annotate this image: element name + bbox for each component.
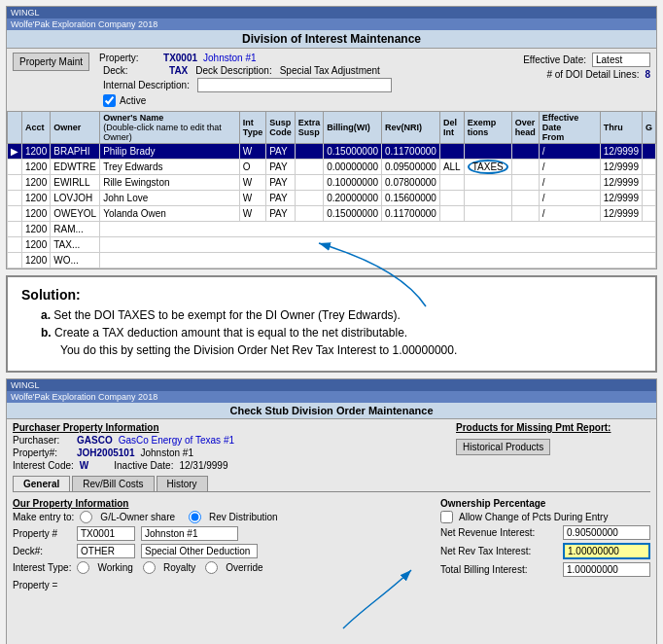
cell-acct: 1200 [22, 191, 51, 206]
cell-exemptions: TAXES [464, 160, 511, 175]
header-fields: Property: TX0001 Johnston #1 Deck: TAX D… [99, 53, 513, 107]
radio-gl-owner[interactable] [80, 511, 92, 523]
cell-owner: TAX... [51, 237, 100, 253]
table-row[interactable]: 1200 EWIRLL Rille Ewingston W PAY 0.1000… [8, 175, 656, 191]
row-indicator [8, 206, 22, 222]
deck-desc-input[interactable] [141, 544, 258, 558]
override-label: Override [226, 562, 262, 573]
cell-rev: 0.11700000 [382, 206, 440, 222]
property-number-input[interactable] [77, 526, 135, 541]
bottom-left-fields: Purchaser Property Information Purchaser… [13, 422, 448, 473]
property-row: Property: TX0001 Johnston #1 [99, 53, 513, 63]
cell-billing: 0.15000000 [324, 144, 382, 160]
deck-desc-value: Special Tax Adjustment [280, 65, 380, 76]
cell-billing: 0.10000000 [324, 175, 382, 191]
cell-extra-susp [295, 160, 324, 175]
allow-change-label: Allow Change of Pcts During Entry [459, 512, 608, 522]
radio-royalty-input[interactable] [143, 561, 156, 574]
radio-rev-dist[interactable] [189, 511, 201, 523]
effective-date-input[interactable] [592, 53, 650, 67]
net-rev-tax-input[interactable] [563, 543, 650, 559]
active-label: Active [120, 95, 146, 106]
interest-code-value: W [80, 460, 88, 471]
property-hash-row: Property#: JOH2005101 Johnston #1 [13, 447, 448, 458]
cell-extra-susp [295, 144, 324, 160]
effective-date-label: Effective Date: [523, 54, 586, 65]
purchaser-label: Purchaser: [13, 435, 71, 446]
cell-exemptions [464, 191, 511, 206]
cell-empty [100, 222, 656, 237]
table-row[interactable]: 1200 EDWTRE Trey Edwards O PAY 0.0000000… [8, 160, 656, 175]
cell-billing: 0.00000000 [324, 160, 382, 175]
ownership-title: Ownership Percentage [440, 498, 650, 509]
cell-owner: BRAPHI [51, 144, 100, 160]
cell-name[interactable]: Rille Ewingston [100, 175, 240, 191]
cell-extra-susp [295, 175, 324, 191]
tab-rev-bill-costs[interactable]: Rev/Bill Costs [72, 476, 154, 491]
tab-history[interactable]: History [157, 476, 208, 491]
radio-override-input[interactable] [205, 561, 218, 574]
cell-exemptions [464, 175, 511, 191]
row-indicator: ▶ [8, 144, 22, 160]
cell-int-type: W [239, 191, 265, 206]
table-row[interactable]: 1200 TAX... [8, 237, 656, 253]
working-label: Working [97, 562, 133, 573]
internal-desc-row: Internal Description: [103, 78, 513, 92]
doi-lines-row: # of DOI Detail Lines: 8 [523, 69, 650, 80]
cell-empty [100, 253, 656, 268]
radio-working-input[interactable] [77, 561, 89, 574]
bottom-panel-title: Check Stub Division Order Maintenance [7, 403, 656, 419]
active-checkbox[interactable] [103, 94, 116, 107]
cell-from: / [539, 191, 600, 206]
col-header-thru: Thru [600, 112, 642, 144]
row-indicator [8, 222, 22, 237]
tab-left-content: Our Property Information Make entry to: … [13, 498, 431, 640]
cell-name[interactable]: John Love [100, 191, 240, 206]
cell-overhead [511, 160, 539, 175]
cell-int-type: W [239, 144, 265, 160]
rev-dist-option: Rev Distribution [189, 511, 278, 523]
cell-name[interactable]: Yolanda Owen [100, 206, 240, 222]
cell-name[interactable]: Trey Edwards [100, 160, 240, 175]
table-row[interactable]: 1200 LOVJOH John Love W PAY 0.20000000 0… [8, 191, 656, 206]
table-row[interactable]: 1200 OWEYOL Yolanda Owen W PAY 0.1500000… [8, 206, 656, 222]
historical-products-button[interactable]: Historical Products [456, 439, 550, 455]
cell-exemptions [464, 206, 511, 222]
allow-change-checkbox[interactable] [440, 511, 453, 523]
internal-desc-input[interactable] [197, 78, 392, 92]
cell-acct: 1200 [22, 237, 51, 253]
royalty-label: Royalty [163, 562, 195, 573]
row-indicator [8, 191, 22, 206]
net-rev-row: Net Revenue Interest: [440, 525, 650, 540]
active-row: Active [103, 94, 513, 107]
panel-header: Property Maint Property: TX0001 Johnston… [7, 49, 656, 111]
make-entry-options: G/L-Owner share [80, 511, 175, 523]
inactive-date-label: Inactive Date: [114, 460, 173, 471]
table-row[interactable]: 1200 WO... [8, 253, 656, 268]
total-billing-label: Total Billing Interest: [440, 564, 557, 575]
cell-susp-code: PAY [266, 144, 296, 160]
top-panel-title: Division of Interest Maintenance [7, 30, 656, 49]
cell-rev: 0.11700000 [382, 144, 440, 160]
cell-rev: 0.07800000 [382, 175, 440, 191]
col-header-overhead: Overhead [511, 112, 539, 144]
company-bar-top: Wolfe'Pak Exploration Company 2018 [7, 18, 656, 30]
make-entry-row: Make entry to: G/L-Owner share Rev Distr… [13, 511, 431, 523]
cell-extra-susp [295, 191, 324, 206]
property-name-input[interactable] [141, 526, 238, 541]
deck-hash-input[interactable] [77, 544, 135, 558]
bottom-panel: WINGL Wolfe'Pak Exploration Company 2018… [6, 378, 657, 644]
net-rev-input[interactable] [563, 525, 650, 540]
row-indicator [8, 253, 22, 268]
bottom-header: Purchaser Property Information Purchaser… [7, 419, 656, 476]
table-row[interactable]: ▶ 1200 BRAPHI Philip Brady W PAY 0.15000… [8, 144, 656, 160]
table-row[interactable]: 1200 RAM... [8, 222, 656, 237]
cell-name[interactable]: Philip Brady [100, 144, 240, 160]
total-billing-input[interactable] [563, 562, 650, 577]
internal-desc-label: Internal Description: [103, 80, 190, 90]
taxes-badge: TAXES [468, 160, 508, 174]
cell-acct: 1200 [22, 253, 51, 268]
property-maint-button[interactable]: Property Maint [13, 53, 89, 71]
col-header-rev: Rev(NRI) [382, 112, 440, 144]
tab-general[interactable]: General [13, 476, 70, 491]
